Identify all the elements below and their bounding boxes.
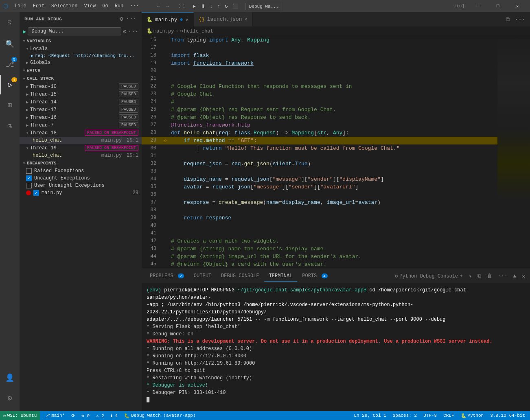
bp-raised-checkbox[interactable] [26, 168, 32, 174]
locals-item[interactable]: ▾ Locals [20, 45, 142, 52]
status-language[interactable]: 🐍 Python [459, 411, 486, 420]
close-btn[interactable]: ✕ [508, 0, 527, 12]
bp-main-checkbox[interactable] [33, 190, 39, 196]
activity-testing[interactable]: ⚗ [0, 116, 20, 135]
code-line-40: 40 [142, 222, 497, 230]
thread-7[interactable]: ▶ Thread-7 PAUSED [20, 121, 142, 129]
tab-launch-json[interactable]: {} launch.json ✕ [194, 12, 252, 26]
activity-settings[interactable]: ⚙ [0, 388, 20, 408]
status-errors[interactable]: ⊗ 0 [80, 411, 91, 420]
debug-restart[interactable]: ↻ [225, 4, 228, 9]
nav-back[interactable]: ← [157, 4, 160, 9]
activity-explorer[interactable]: ⎘ [0, 14, 20, 33]
req-variable[interactable]: ▶ req: <Request 'http://charming-tro... [20, 52, 142, 59]
code-editor[interactable]: 16 from typing import Any, Mapping 17 18 [142, 36, 497, 269]
debug-continue[interactable]: ▶ [193, 4, 196, 9]
terminal-content[interactable]: (env) pierrick@LAPTOP-HKU5PNNG:~/git/goo… [142, 283, 530, 411]
panel-tab-problems[interactable]: PROBLEMS 2 [145, 271, 189, 282]
minimize-btn[interactable]: — [469, 0, 488, 12]
sidebar-settings-icon[interactable]: ⚙ [120, 15, 123, 22]
globals-item[interactable]: ▶ Globals [20, 59, 142, 66]
section-callstack[interactable]: ▾ CALL STACK [20, 74, 142, 83]
status-encoding[interactable]: UTF-8 [422, 411, 438, 420]
tab-launch-json-close[interactable]: ✕ [244, 16, 247, 22]
debug-config-gear[interactable]: ⚙ [123, 28, 126, 35]
thread-15[interactable]: ▶ Thread-15 PAUSED [20, 90, 142, 98]
breadcrumb-file[interactable]: main.py [153, 28, 174, 34]
terminal-more-btn[interactable]: ··· [496, 272, 509, 280]
menu-edit[interactable]: Edit [30, 2, 48, 11]
activity-extensions[interactable]: ⊞ [0, 95, 20, 115]
menu-selection[interactable]: Selection [48, 2, 81, 11]
thread-18-frame-hello-chat[interactable]: hello_chat main.py 29:1 [20, 137, 142, 144]
status-line-ending[interactable]: CRLF [442, 411, 456, 420]
tab-main-py[interactable]: 🐍 main.py ● ✕ [142, 12, 194, 26]
breadcrumb-func[interactable]: hello_chat [184, 28, 213, 34]
split-editor-btn[interactable]: ⧉ [504, 15, 512, 24]
minimap [497, 36, 530, 269]
status-info[interactable]: ℹ 4 [109, 411, 119, 420]
status-branch[interactable]: ⎇ main* [43, 411, 66, 420]
status-warnings[interactable]: ⚠ 2 [94, 411, 106, 420]
bp-uncaught-checkbox[interactable] [26, 175, 32, 181]
section-variables[interactable]: ▾ VARIABLES [20, 37, 142, 45]
panel-tab-output[interactable]: OUTPUT [189, 271, 216, 282]
thread-14[interactable]: ▶ Thread-14 PAUSED [20, 98, 142, 106]
section-watch[interactable]: ▾ WATCH [20, 66, 142, 74]
thread-18[interactable]: ▾ Thread-18 PAUSED ON BREAKPOINT [20, 129, 142, 137]
tab-main-py-close[interactable]: ✕ [186, 17, 188, 23]
ports-badge: 4 [322, 273, 328, 278]
code-line-34: 34 display_name = request_json["message"… [142, 175, 497, 183]
kill-terminal-btn[interactable]: 🗑 [485, 272, 494, 280]
terminal-dropdown-btn[interactable]: ▾ [467, 272, 473, 280]
debug-config[interactable]: Debug Wa... [245, 3, 283, 10]
debug-step-into[interactable]: ↓ [210, 4, 212, 9]
panel-tab-terminal[interactable]: TERMINAL [264, 271, 298, 282]
debug-config-dots[interactable]: ··· [128, 28, 138, 35]
bp-raised-exceptions[interactable]: Raised Exceptions [20, 167, 142, 175]
debug-start-btn[interactable]: ▶ [23, 28, 26, 35]
thread-10[interactable]: ▶ Thread-10 PAUSED [20, 83, 142, 90]
menu-view[interactable]: View [81, 2, 99, 11]
panel-tab-debug-console[interactable]: DEBUG CONSOLE [216, 271, 264, 282]
more-actions-btn[interactable]: ··· [513, 15, 527, 24]
status-sync[interactable]: ⟳ [70, 411, 77, 420]
status-spaces[interactable]: Spaces: 2 [391, 411, 418, 420]
sidebar-more-icon[interactable]: ··· [126, 15, 137, 22]
nav-forward[interactable]: → [166, 4, 169, 9]
debug-config-select[interactable]: Debug Wa... [28, 27, 121, 35]
layout-btn[interactable]: itu] [452, 3, 466, 9]
bp-user-uncaught-checkbox[interactable] [26, 183, 32, 188]
status-line-col[interactable]: Ln 29, Col 1 [353, 411, 388, 420]
thread-17[interactable]: ▶ Thread-17 PAUSED [20, 106, 142, 114]
maximize-btn[interactable]: □ [488, 0, 507, 12]
status-debug[interactable]: 🐛 Debug Watch (avatar-app) [123, 411, 197, 420]
bp-main-py[interactable]: main.py 29 [20, 189, 142, 197]
panel-tab-ports[interactable]: PORTS 4 [297, 271, 332, 282]
panel-maximize-btn[interactable]: ▲ [511, 272, 518, 280]
thread-16[interactable]: ▶ Thread-16 PAUSED [20, 114, 142, 121]
menu-run[interactable]: Run [112, 2, 127, 11]
debug-step-over[interactable]: ⏸ [200, 4, 205, 9]
activity-search[interactable]: 🔍 [0, 34, 20, 54]
activity-source-control[interactable]: ⎇ 5 [0, 55, 20, 74]
menu-go[interactable]: Go [99, 2, 111, 11]
bp-user-uncaught-exceptions[interactable]: User Uncaught Exceptions [20, 182, 142, 189]
activity-account[interactable]: 👤 [0, 368, 20, 387]
activity-run[interactable]: ▷ 1 [0, 75, 20, 94]
debug-step-out[interactable]: ↑ [217, 4, 220, 9]
python-icon: 🐍 [461, 413, 466, 418]
menu-more[interactable]: ··· [127, 2, 142, 11]
panel-close-btn[interactable]: ✕ [520, 272, 527, 280]
watch-arrow: ▾ [23, 68, 25, 73]
split-terminal-btn[interactable]: ⧉ [476, 272, 483, 280]
menu-file[interactable]: File [11, 2, 30, 11]
bp-uncaught-exceptions[interactable]: Uncaught Exceptions [20, 175, 142, 182]
section-breakpoints[interactable]: ▾ BREAKPOINTS [20, 159, 142, 167]
status-version[interactable]: 3.8.10 64-bit [488, 411, 527, 420]
debug-stop[interactable]: ⬛ [232, 4, 239, 9]
new-terminal-btn[interactable]: + [458, 272, 464, 280]
thread-19-frame-hello-chat[interactable]: hello_chat main.py 29:1 [20, 152, 142, 159]
thread-19[interactable]: ▾ Thread-19 PAUSED ON BREAKPOINT [20, 144, 142, 152]
status-remote[interactable]: ⇌ WSL: Ubuntu [0, 411, 40, 420]
